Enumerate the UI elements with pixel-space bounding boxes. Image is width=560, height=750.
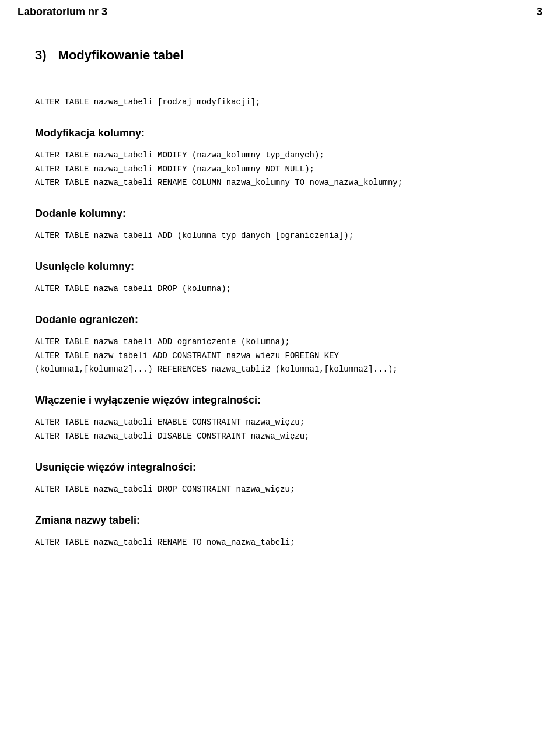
main-content: 3) Modyfikowanie tabel ALTER TABLE nazwa… [0, 42, 560, 576]
usuniecie-wiezow-code: ALTER TABLE nazwa_tabeli DROP CONSTRAINT… [35, 483, 525, 497]
alter-table-basic: ALTER TABLE nazwa_tabeli [rodzaj modyfik… [35, 96, 525, 110]
section-heading: Modyfikowanie tabel [58, 48, 184, 63]
dodanie-kolumny-heading: Dodanie kolumny: [35, 208, 525, 220]
header-page-number: 3 [537, 6, 542, 18]
header-title: Laboratorium nr 3 [18, 6, 107, 18]
usuniecie-wiezow-heading: Usunięcie więzów integralności: [35, 461, 525, 474]
section-number: 3) [35, 48, 47, 63]
modyfikacja-kolumny-heading: Modyfikacja kolumny: [35, 127, 525, 139]
modyfikacja-kolumny-code: ALTER TABLE nazwa_tabeli MODIFY (nazwa_k… [35, 149, 525, 190]
wlaczenie-wylaczenie-code: ALTER TABLE nazwa_tabeli ENABLE CONSTRAI… [35, 416, 525, 444]
page-header: Laboratorium nr 3 3 [0, 0, 560, 24]
dodanie-kolumny-code: ALTER TABLE nazwa_tabeli ADD (kolumna ty… [35, 229, 525, 243]
usuniecie-kolumny-code: ALTER TABLE nazwa_tabeli DROP (kolumna); [35, 282, 525, 296]
wlaczenie-wylaczenie-heading: Włączenie i wyłączenie więzów integralno… [35, 394, 525, 406]
dodanie-ograniczen-heading: Dodanie ograniczeń: [35, 314, 525, 326]
dodanie-ograniczen-code: ALTER TABLE nazwa_tabeli ADD ograniczeni… [35, 335, 525, 377]
code-line: ALTER TABLE nazwa_tabeli [rodzaj modyfik… [35, 96, 525, 110]
zmiana-nazwy-heading: Zmiana nazwy tabeli: [35, 514, 525, 527]
section-title-row: 3) Modyfikowanie tabel [35, 48, 525, 79]
zmiana-nazwy-code: ALTER TABLE nazwa_tabeli RENAME TO nowa_… [35, 536, 525, 550]
usuniecie-kolumny-heading: Usunięcie kolumny: [35, 261, 525, 273]
